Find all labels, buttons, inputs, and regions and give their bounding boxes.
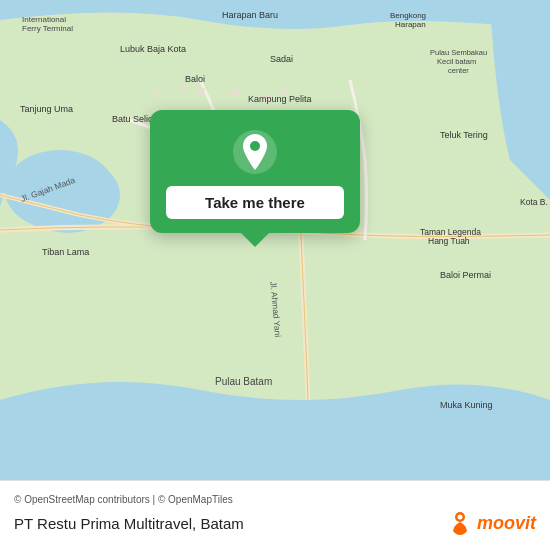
map-view[interactable]: International Ferry Terminal Harapan Bar…	[0, 0, 550, 480]
svg-text:center: center	[448, 66, 469, 75]
map-attribution: © OpenStreetMap contributors | © OpenMap…	[14, 494, 536, 505]
svg-rect-4	[195, 88, 205, 95]
svg-text:Pulau Batam: Pulau Batam	[215, 376, 272, 387]
bottom-bar: © OpenStreetMap contributors | © OpenMap…	[0, 480, 550, 550]
svg-point-34	[250, 141, 260, 151]
location-pin-icon	[231, 128, 279, 176]
svg-text:Baloi Permai: Baloi Permai	[440, 270, 491, 280]
svg-text:Pulau Sembakau: Pulau Sembakau	[430, 48, 487, 57]
svg-point-36	[457, 515, 462, 520]
location-popup: Take me there	[150, 110, 360, 233]
svg-text:Kecil batam: Kecil batam	[437, 57, 476, 66]
svg-text:Kota B.: Kota B.	[520, 197, 548, 207]
place-label: PT Restu Prima Multitravel, Batam	[14, 515, 244, 532]
svg-rect-3	[180, 85, 188, 91]
moovit-brand-text: moovit	[477, 513, 536, 534]
svg-rect-6	[230, 90, 239, 96]
svg-text:Kampung Pelita: Kampung Pelita	[248, 94, 312, 104]
svg-text:Ferry Terminal: Ferry Terminal	[22, 24, 73, 33]
place-name-row: PT Restu Prima Multitravel, Batam moovit	[14, 509, 536, 537]
svg-text:International: International	[22, 15, 66, 24]
svg-text:Baloi: Baloi	[185, 74, 205, 84]
svg-text:Bengkong: Bengkong	[390, 11, 426, 20]
svg-text:Tanjung Uma: Tanjung Uma	[20, 104, 73, 114]
svg-rect-5	[155, 92, 162, 97]
svg-text:Tiban Lama: Tiban Lama	[42, 247, 89, 257]
svg-text:Lubuk Baja Kota: Lubuk Baja Kota	[120, 44, 186, 54]
svg-text:Muka Kuning: Muka Kuning	[440, 400, 493, 410]
svg-text:Harapan: Harapan	[395, 20, 426, 29]
take-me-there-button[interactable]: Take me there	[166, 186, 344, 219]
moovit-logo: moovit	[446, 509, 536, 537]
svg-text:Hang Tuah: Hang Tuah	[428, 236, 470, 246]
svg-text:Teluk Tering: Teluk Tering	[440, 130, 488, 140]
moovit-icon	[446, 509, 474, 537]
svg-text:Harapan Baru: Harapan Baru	[222, 10, 278, 20]
svg-text:Sadai: Sadai	[270, 54, 293, 64]
